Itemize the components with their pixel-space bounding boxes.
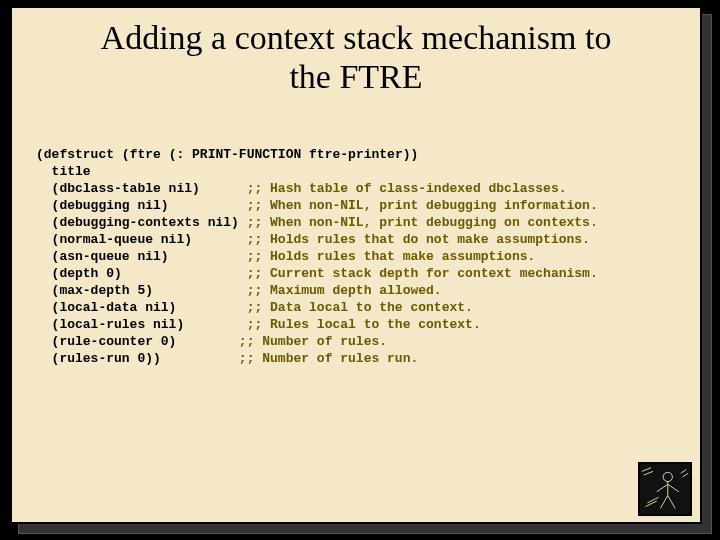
code-l6-comment: ;; Holds rules that do not make assumpti… <box>247 232 590 247</box>
title-line-1: Adding a context stack mechanism to <box>101 19 612 56</box>
code-l4a: (debugging nil) <box>36 198 247 213</box>
code-l9a: (max-depth 5) <box>36 283 247 298</box>
code-l5-comment: ;; When non-NIL, print debugging on cont… <box>247 215 598 230</box>
code-l6a: (normal-queue nil) <box>36 232 247 247</box>
code-l10-comment: ;; Data local to the context. <box>247 300 473 315</box>
code-l7-comment: ;; Holds rules that make assumptions. <box>247 249 536 264</box>
code-l11a: (local-rules nil) <box>36 317 247 332</box>
title-line-2: the FTRE <box>289 58 422 95</box>
code-l9-comment: ;; Maximum depth allowed. <box>247 283 442 298</box>
code-l1-keyword: ftre <box>130 147 161 162</box>
code-l10a: (local-data nil) <box>36 300 247 315</box>
slide-container: Adding a context stack mechanism to the … <box>10 6 710 532</box>
slide-title: Adding a context stack mechanism to the … <box>12 18 700 96</box>
code-l5a: (debugging-contexts nil) <box>36 215 247 230</box>
code-l1a: (defstruct ( <box>36 147 130 162</box>
code-l3-comment: ;; Hash table of class-indexed dbclasses… <box>247 181 567 196</box>
code-l12a: (rule-counter 0) <box>36 334 239 349</box>
code-l2: title <box>36 164 91 179</box>
figure-svg <box>640 464 690 514</box>
code-block: (defstruct (ftre (: PRINT-FUNCTION ftre-… <box>36 146 598 367</box>
code-l11-comment: ;; Rules local to the context. <box>247 317 481 332</box>
code-l13-comment: ;; Number of rules run. <box>239 351 418 366</box>
corner-illustration-icon <box>638 462 692 516</box>
code-l13a: (rules-run 0)) <box>36 351 239 366</box>
code-l7a: (asn-queue nil) <box>36 249 247 264</box>
svg-rect-0 <box>640 464 690 514</box>
code-l12-comment: ;; Number of rules. <box>239 334 387 349</box>
code-l1c: (: PRINT-FUNCTION ftre-printer)) <box>161 147 418 162</box>
code-l8a: (depth 0) <box>36 266 247 281</box>
code-l3a: (dbclass-table nil) <box>36 181 247 196</box>
code-l8-comment: ;; Current stack depth for context mecha… <box>247 266 598 281</box>
slide: Adding a context stack mechanism to the … <box>10 6 702 524</box>
code-l4-comment: ;; When non-NIL, print debugging informa… <box>247 198 598 213</box>
